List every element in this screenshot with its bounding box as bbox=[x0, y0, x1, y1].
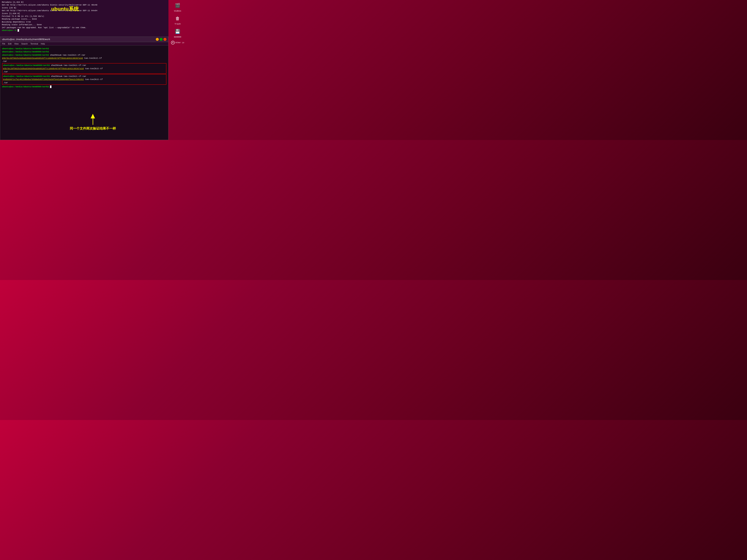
term-line-2: ubuntu@os:/media/ubuntu/mem0809/work$ bbox=[2, 50, 166, 53]
maximize-button[interactable]: □ bbox=[160, 38, 162, 41]
bg-line-6: Fetched 72.6 MB in 47s (1,533 kB/s) bbox=[2, 15, 166, 18]
bg-prompt-line: ubuntu@os:~$ bbox=[2, 29, 166, 32]
arrow-up-icon bbox=[91, 114, 95, 118]
bg-line-8: Building dependency tree bbox=[2, 21, 166, 23]
bg-line-3: Icons [29 B] bbox=[2, 7, 166, 9]
terminal-body: ubuntu@os:/media/ubuntu/mem0809/work$ ub… bbox=[0, 46, 168, 140]
term-line-7: 85b78c20f9025cbd6a8396d45ea868526f7c1088… bbox=[3, 67, 165, 70]
term-line-1: ubuntu@os:/media/ubuntu/mem0809/work$ bbox=[2, 47, 166, 50]
term-line-9: ubuntu@os:/media/ubuntu/mem0809/work$ sh… bbox=[3, 75, 165, 78]
other-label: Other Lo bbox=[175, 42, 184, 44]
term-line-8: .tar bbox=[3, 70, 165, 73]
desktop-sidebar: 🎬 Videos 🗑 Trash 💾 mem080 + Other Lo bbox=[169, 0, 187, 140]
plus-icon: + bbox=[171, 41, 175, 45]
arrow-stem bbox=[93, 118, 93, 125]
bg-line-1: Metadata [2,464 B] bbox=[2, 1, 166, 4]
mem0809-icon: 💾 bbox=[174, 28, 181, 35]
mem0809-label: mem080 bbox=[174, 36, 181, 38]
bg-line-9: Reading state information... Done bbox=[2, 23, 166, 26]
trash-label: Trash bbox=[175, 23, 181, 25]
term-line-6: ubuntu@os:/media/ubuntu/mem0809/work$ sh… bbox=[3, 64, 165, 67]
menu-terminal[interactable]: Terminal bbox=[30, 43, 38, 45]
sidebar-item-videos[interactable]: 🎬 Videos bbox=[174, 2, 181, 12]
term-line-11: .tar bbox=[3, 81, 165, 84]
menu-help[interactable]: Help bbox=[41, 43, 45, 45]
sidebar-item-other[interactable]: + Other Lo bbox=[171, 41, 184, 45]
trash-icon: 🗑 bbox=[174, 15, 181, 22]
titlebar-buttons: − □ × bbox=[156, 38, 166, 41]
videos-icon: 🎬 bbox=[174, 2, 181, 9]
terminal-titlebar: ubuntu@os: /media/ubuntu/mem0809/work − … bbox=[0, 37, 168, 42]
term-line-4: 85b78c20f9025cbd6a8396d45ea868526f7c1088… bbox=[2, 57, 166, 60]
bg-line-4: Get:93 http://mirrors.aliyun.com/ubuntu … bbox=[2, 9, 166, 12]
terminal-menubar: File Edit View Search Terminal Help bbox=[0, 42, 168, 46]
term-line-5: .tar bbox=[2, 60, 166, 63]
menu-view[interactable]: View bbox=[14, 43, 19, 45]
menu-file[interactable]: File bbox=[2, 43, 5, 45]
term-line-12: ubuntu@os:/media/ubuntu/mem0809/work$ bbox=[2, 85, 166, 88]
menu-search[interactable]: Search bbox=[21, 43, 28, 45]
highlight-block-1: ubuntu@os:/media/ubuntu/mem0809/work$ sh… bbox=[2, 63, 166, 74]
bg-line-5: Icons [2,638 B] bbox=[2, 12, 166, 15]
sidebar-item-trash[interactable]: 🗑 Trash bbox=[174, 15, 181, 25]
term-line-3: ubuntu@os:/media/ubuntu/mem0809/work$ sh… bbox=[2, 53, 166, 57]
videos-label: Videos bbox=[174, 10, 181, 12]
bg-line-10: 247 packages can be upgraded. Run 'apt l… bbox=[2, 26, 166, 29]
highlight-block-2: ubuntu@os:/media/ubuntu/mem0809/work$ sh… bbox=[2, 74, 166, 85]
annotation-ubuntu-title: ubuntu系统 bbox=[51, 5, 79, 12]
annotation-text: 同一个文件两次验证结果不一样 bbox=[70, 126, 116, 131]
menu-edit[interactable]: Edit bbox=[8, 43, 11, 45]
term-line-10: 94db69971cfa140159beba79580eb95f1b625a50… bbox=[3, 78, 165, 81]
bg-line-2: Get:92 http://mirrors.aliyun.com/ubuntu … bbox=[2, 4, 166, 6]
sidebar-item-mem0809[interactable]: 💾 mem080 bbox=[174, 28, 181, 38]
terminal-main-window: ubuntu@os: /media/ubuntu/mem0809/work − … bbox=[0, 36, 169, 140]
terminal-title: ubuntu@os: /media/ubuntu/mem0809/work bbox=[2, 38, 50, 41]
annotation-arrow-area: 同一个文件两次验证结果不一样 bbox=[70, 114, 116, 131]
bg-line-7: Reading package lists... Done bbox=[2, 18, 166, 21]
close-button[interactable]: × bbox=[163, 38, 166, 41]
minimize-button[interactable]: − bbox=[156, 38, 159, 41]
